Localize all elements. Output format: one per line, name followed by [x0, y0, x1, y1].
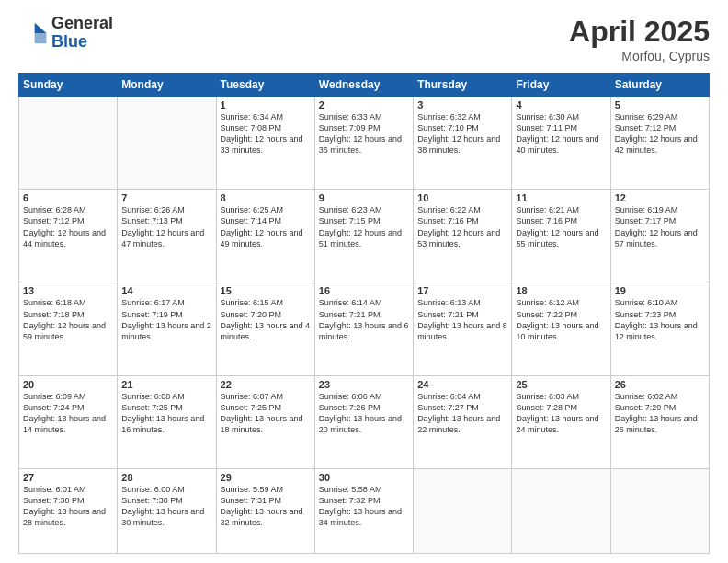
day-info: Sunrise: 6:12 AM Sunset: 7:22 PM Dayligh… — [516, 297, 606, 342]
day-info: Sunrise: 6:18 AM Sunset: 7:18 PM Dayligh… — [23, 297, 113, 342]
logo-general-text: General — [51, 15, 113, 33]
calendar-table: SundayMondayTuesdayWednesdayThursdayFrid… — [18, 73, 710, 554]
week-row-5: 27Sunrise: 6:01 AM Sunset: 7:30 PM Dayli… — [19, 468, 710, 553]
day-info: Sunrise: 6:32 AM Sunset: 7:10 PM Dayligh… — [417, 111, 507, 156]
day-number: 11 — [516, 192, 606, 203]
title-location: Morfou, Cyprus — [569, 49, 710, 63]
day-cell: 30Sunrise: 5:58 AM Sunset: 7:32 PM Dayli… — [314, 468, 413, 553]
day-cell: 21Sunrise: 6:08 AM Sunset: 7:25 PM Dayli… — [118, 375, 216, 468]
day-cell: 27Sunrise: 6:01 AM Sunset: 7:30 PM Dayli… — [19, 468, 118, 553]
day-cell: 3Sunrise: 6:32 AM Sunset: 7:10 PM Daylig… — [414, 97, 512, 190]
day-number: 5 — [615, 99, 705, 110]
day-number: 17 — [417, 285, 507, 296]
day-cell: 10Sunrise: 6:22 AM Sunset: 7:16 PM Dayli… — [414, 190, 512, 282]
day-info: Sunrise: 6:09 AM Sunset: 7:24 PM Dayligh… — [23, 391, 113, 436]
day-number: 18 — [516, 285, 606, 296]
column-header-friday: Friday — [512, 74, 610, 97]
day-cell: 28Sunrise: 6:00 AM Sunset: 7:30 PM Dayli… — [118, 468, 216, 553]
day-info: Sunrise: 5:59 AM Sunset: 7:31 PM Dayligh… — [221, 484, 311, 529]
day-cell — [512, 468, 610, 553]
logo-icon — [18, 18, 48, 48]
day-number: 24 — [417, 379, 507, 390]
day-info: Sunrise: 6:07 AM Sunset: 7:25 PM Dayligh… — [221, 391, 311, 436]
day-info: Sunrise: 6:10 AM Sunset: 7:23 PM Dayligh… — [615, 297, 705, 342]
day-info: Sunrise: 6:34 AM Sunset: 7:08 PM Dayligh… — [221, 111, 311, 156]
day-number: 7 — [121, 192, 211, 203]
day-info: Sunrise: 6:01 AM Sunset: 7:30 PM Dayligh… — [23, 484, 113, 529]
calendar-header: SundayMondayTuesdayWednesdayThursdayFrid… — [19, 74, 710, 97]
day-number: 28 — [121, 472, 211, 483]
day-number: 23 — [319, 379, 409, 390]
day-info: Sunrise: 6:13 AM Sunset: 7:21 PM Dayligh… — [417, 297, 507, 342]
day-info: Sunrise: 6:25 AM Sunset: 7:14 PM Dayligh… — [221, 204, 311, 249]
day-info: Sunrise: 6:03 AM Sunset: 7:28 PM Dayligh… — [516, 391, 606, 436]
day-cell: 19Sunrise: 6:10 AM Sunset: 7:23 PM Dayli… — [610, 282, 709, 375]
day-cell: 11Sunrise: 6:21 AM Sunset: 7:16 PM Dayli… — [512, 190, 610, 282]
column-header-saturday: Saturday — [610, 74, 709, 97]
day-cell: 8Sunrise: 6:25 AM Sunset: 7:14 PM Daylig… — [216, 190, 314, 282]
day-info: Sunrise: 6:30 AM Sunset: 7:11 PM Dayligh… — [516, 111, 606, 156]
day-cell — [610, 468, 709, 553]
day-cell: 14Sunrise: 6:17 AM Sunset: 7:19 PM Dayli… — [118, 282, 216, 375]
day-number: 8 — [221, 192, 311, 203]
day-number: 29 — [221, 472, 311, 483]
day-info: Sunrise: 5:58 AM Sunset: 7:32 PM Dayligh… — [319, 484, 409, 529]
column-header-tuesday: Tuesday — [216, 74, 314, 97]
svg-marker-0 — [35, 23, 47, 33]
day-info: Sunrise: 6:29 AM Sunset: 7:12 PM Dayligh… — [615, 111, 705, 156]
day-number: 13 — [23, 285, 113, 296]
logo: General Blue — [18, 15, 113, 52]
day-cell: 20Sunrise: 6:09 AM Sunset: 7:24 PM Dayli… — [19, 375, 118, 468]
column-header-wednesday: Wednesday — [314, 74, 413, 97]
day-info: Sunrise: 6:21 AM Sunset: 7:16 PM Dayligh… — [516, 204, 606, 249]
day-cell: 12Sunrise: 6:19 AM Sunset: 7:17 PM Dayli… — [610, 190, 709, 282]
calendar-body: 1Sunrise: 6:34 AM Sunset: 7:08 PM Daylig… — [19, 97, 710, 554]
day-cell — [118, 97, 216, 190]
day-cell: 23Sunrise: 6:06 AM Sunset: 7:26 PM Dayli… — [314, 375, 413, 468]
logo-blue-text: Blue — [51, 33, 113, 52]
day-number: 10 — [417, 192, 507, 203]
day-number: 26 — [615, 379, 705, 390]
column-header-sunday: Sunday — [19, 74, 118, 97]
day-cell: 29Sunrise: 5:59 AM Sunset: 7:31 PM Dayli… — [216, 468, 314, 553]
day-info: Sunrise: 6:28 AM Sunset: 7:12 PM Dayligh… — [23, 204, 113, 249]
svg-marker-1 — [35, 33, 47, 43]
day-number: 20 — [23, 379, 113, 390]
header: General Blue April 2025 Morfou, Cyprus — [18, 15, 710, 63]
day-info: Sunrise: 6:33 AM Sunset: 7:09 PM Dayligh… — [319, 111, 409, 156]
day-info: Sunrise: 6:04 AM Sunset: 7:27 PM Dayligh… — [417, 391, 507, 436]
day-number: 2 — [319, 99, 409, 110]
day-number: 12 — [615, 192, 705, 203]
day-info: Sunrise: 6:22 AM Sunset: 7:16 PM Dayligh… — [417, 204, 507, 249]
day-number: 25 — [516, 379, 606, 390]
day-info: Sunrise: 6:06 AM Sunset: 7:26 PM Dayligh… — [319, 391, 409, 436]
day-cell: 4Sunrise: 6:30 AM Sunset: 7:11 PM Daylig… — [512, 97, 610, 190]
day-cell: 18Sunrise: 6:12 AM Sunset: 7:22 PM Dayli… — [512, 282, 610, 375]
day-cell: 25Sunrise: 6:03 AM Sunset: 7:28 PM Dayli… — [512, 375, 610, 468]
day-number: 3 — [417, 99, 507, 110]
day-number: 9 — [319, 192, 409, 203]
day-number: 27 — [23, 472, 113, 483]
title-month: April 2025 — [569, 15, 710, 49]
day-cell: 22Sunrise: 6:07 AM Sunset: 7:25 PM Dayli… — [216, 375, 314, 468]
day-cell — [19, 97, 118, 190]
day-cell: 16Sunrise: 6:14 AM Sunset: 7:21 PM Dayli… — [314, 282, 413, 375]
day-info: Sunrise: 6:19 AM Sunset: 7:17 PM Dayligh… — [615, 204, 705, 249]
page: General Blue April 2025 Morfou, Cyprus S… — [0, 0, 728, 563]
day-number: 6 — [23, 192, 113, 203]
day-number: 21 — [121, 379, 211, 390]
day-cell: 2Sunrise: 6:33 AM Sunset: 7:09 PM Daylig… — [314, 97, 413, 190]
week-row-1: 1Sunrise: 6:34 AM Sunset: 7:08 PM Daylig… — [19, 97, 710, 190]
day-cell: 6Sunrise: 6:28 AM Sunset: 7:12 PM Daylig… — [19, 190, 118, 282]
day-cell: 15Sunrise: 6:15 AM Sunset: 7:20 PM Dayli… — [216, 282, 314, 375]
day-info: Sunrise: 6:23 AM Sunset: 7:15 PM Dayligh… — [319, 204, 409, 249]
day-info: Sunrise: 6:14 AM Sunset: 7:21 PM Dayligh… — [319, 297, 409, 342]
day-number: 22 — [221, 379, 311, 390]
day-cell: 5Sunrise: 6:29 AM Sunset: 7:12 PM Daylig… — [610, 97, 709, 190]
day-info: Sunrise: 6:02 AM Sunset: 7:29 PM Dayligh… — [615, 391, 705, 436]
column-header-monday: Monday — [118, 74, 216, 97]
week-row-3: 13Sunrise: 6:18 AM Sunset: 7:18 PM Dayli… — [19, 282, 710, 375]
title-block: April 2025 Morfou, Cyprus — [569, 15, 710, 63]
day-cell: 24Sunrise: 6:04 AM Sunset: 7:27 PM Dayli… — [414, 375, 512, 468]
day-cell: 9Sunrise: 6:23 AM Sunset: 7:15 PM Daylig… — [314, 190, 413, 282]
